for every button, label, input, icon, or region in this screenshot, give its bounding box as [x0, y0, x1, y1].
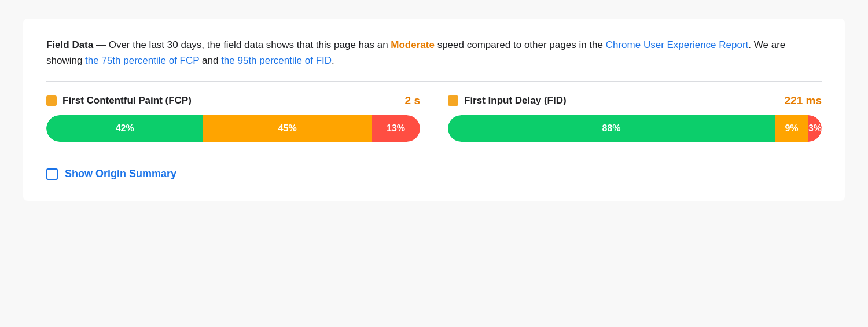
fid-bar-green: 88% [448, 115, 775, 142]
fid-bar: 88% 9% 3% [448, 115, 822, 142]
description-prefix: — Over the last 30 days, the field data … [93, 39, 391, 50]
fcp-bar-green: 42% [46, 115, 203, 142]
show-origin-label[interactable]: Show Origin Summary [65, 168, 176, 180]
fcp-header: First Contentful Paint (FCP) 2 s [46, 94, 420, 107]
divider-top [46, 81, 822, 82]
description-middle: speed compared to other pages in the [435, 39, 606, 50]
percentile-fcp-link[interactable]: the 75th percentile of FCP [85, 55, 199, 66]
fid-header: First Input Delay (FID) 221 ms [448, 94, 822, 107]
fid-bar-red: 3% [808, 115, 822, 142]
description-and: and [199, 55, 221, 66]
chrome-uer-link[interactable]: Chrome User Experience Report [606, 39, 749, 50]
fid-title-group: First Input Delay (FID) [448, 95, 567, 106]
fcp-title-group: First Contentful Paint (FCP) [46, 95, 192, 106]
percentile-fid-link[interactable]: the 95th percentile of FID [221, 55, 332, 66]
fid-icon [448, 95, 458, 106]
metrics-row: First Contentful Paint (FCP) 2 s 42% 45%… [46, 94, 822, 142]
fcp-title: First Contentful Paint (FCP) [62, 95, 192, 106]
fcp-card: First Contentful Paint (FCP) 2 s 42% 45%… [46, 94, 420, 142]
main-container: Field Data — Over the last 30 days, the … [23, 19, 845, 201]
field-data-description: Field Data — Over the last 30 days, the … [46, 37, 822, 68]
show-origin-row[interactable]: Show Origin Summary [46, 168, 822, 180]
fcp-bar-orange: 45% [203, 115, 372, 142]
fid-card: First Input Delay (FID) 221 ms 88% 9% 3% [448, 94, 822, 142]
fid-title: First Input Delay (FID) [464, 95, 567, 106]
fcp-bar-red: 13% [372, 115, 420, 142]
field-data-label: Field Data [46, 39, 93, 50]
fcp-value: 2 s [405, 94, 420, 107]
description-end: . [332, 55, 334, 66]
fid-value: 221 ms [785, 94, 822, 107]
show-origin-checkbox[interactable] [46, 168, 58, 180]
fcp-bar: 42% 45% 13% [46, 115, 420, 142]
moderate-label: Moderate [391, 39, 435, 50]
fcp-icon [46, 95, 57, 106]
fid-bar-orange: 9% [775, 115, 808, 142]
divider-bottom [46, 155, 822, 155]
